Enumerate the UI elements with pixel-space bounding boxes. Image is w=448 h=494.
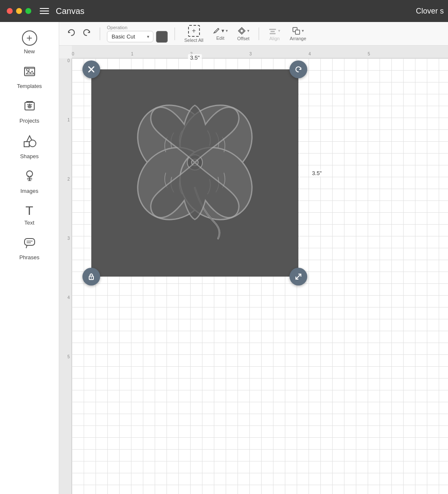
ruler-mark-v-2: 2	[67, 177, 70, 181]
edit-arrow: ▾	[226, 28, 228, 33]
edit-label: Edit	[216, 36, 224, 41]
ruler-mark-v-5: 5	[67, 354, 70, 359]
svg-line-12	[218, 28, 219, 29]
ruler-mark-h-4: 4	[309, 52, 311, 56]
toolbar: Operation Basic Cut +	[59, 22, 448, 46]
align-arrow: ▾	[278, 28, 280, 33]
sidebar-item-phrases[interactable]: Phrases	[0, 231, 59, 266]
menu-icon[interactable]	[40, 8, 49, 14]
ruler-mark-h-3: 3	[249, 52, 252, 56]
sidebar-item-images[interactable]: Images	[0, 165, 59, 199]
svg-point-5	[29, 140, 36, 147]
svg-rect-16	[270, 31, 275, 32]
maximize-button[interactable]	[25, 8, 31, 14]
images-icon	[23, 170, 36, 185]
sidebar-item-label-new: New	[24, 48, 35, 55]
svg-point-29	[91, 277, 92, 279]
handle-rotate[interactable]	[290, 60, 307, 78]
plus-icon: +	[192, 27, 196, 35]
arrange-arrow: ▾	[302, 28, 304, 33]
text-icon: T	[25, 204, 33, 217]
select-all-action[interactable]: + Select All	[182, 23, 206, 44]
sidebar-item-label-phrases: Phrases	[19, 254, 40, 261]
svg-rect-19	[295, 30, 300, 34]
offset-action[interactable]: ▾ Offset	[235, 25, 252, 43]
ruler-mark-v-4: 4	[67, 295, 70, 300]
offset-arrow: ▾	[247, 28, 249, 33]
sidebar-item-label-images: Images	[20, 188, 38, 194]
traffic-lights	[7, 8, 31, 14]
sidebar-item-shapes[interactable]: Shapes	[0, 129, 59, 165]
arrange-label: Arrange	[290, 36, 306, 41]
x-icon	[87, 65, 96, 74]
titlebar: Canvas Clover s	[0, 0, 448, 22]
sidebar-item-new[interactable]: + New	[0, 25, 59, 60]
shapes-icon	[22, 134, 37, 151]
arrange-action[interactable]: ▾ Arrange	[287, 25, 309, 43]
operation-group: Operation Basic Cut	[107, 25, 168, 43]
ruler-horizontal: 0 1 2 3 4 5	[72, 46, 448, 58]
arrange-icon	[292, 27, 300, 35]
handle-resize[interactable]	[290, 268, 307, 285]
templates-icon	[23, 65, 36, 80]
document-title: Clover s	[416, 7, 448, 16]
operation-select-wrap: Basic Cut	[107, 31, 168, 43]
divider-2	[175, 27, 175, 40]
divider-3	[259, 27, 259, 40]
projects-icon	[23, 99, 36, 115]
ruler-mark-v-1: 1	[67, 118, 70, 122]
grid-canvas: 3.5" 3.5"	[72, 58, 448, 494]
main-content: Operation Basic Cut +	[59, 22, 448, 494]
clover-image	[100, 78, 290, 268]
edit-icon	[213, 27, 220, 35]
operation-label: Operation	[107, 25, 168, 30]
svg-line-30	[296, 274, 301, 279]
redo-button[interactable]	[80, 26, 93, 41]
app-title: Canvas	[56, 6, 85, 16]
canvas-area[interactable]: 0 1 2 3 4 5 0 1 2 3 4 5	[59, 46, 448, 494]
svg-rect-6	[24, 142, 29, 147]
edit-action[interactable]: ▾ ▾ Edit	[210, 25, 230, 42]
svg-rect-15	[269, 29, 276, 30]
operation-select[interactable]: Basic Cut	[107, 31, 153, 42]
sidebar-item-text[interactable]: T Text	[0, 199, 59, 231]
lock-icon	[87, 272, 96, 281]
new-icon: +	[22, 30, 37, 46]
offset-label: Offset	[237, 36, 249, 41]
phrases-icon	[23, 236, 36, 252]
align-action[interactable]: ▾ Align	[266, 25, 283, 43]
divider-1	[100, 27, 100, 40]
handle-lock[interactable]	[82, 268, 100, 285]
close-button[interactable]	[7, 8, 13, 14]
operation-section: Operation Basic Cut	[107, 25, 168, 43]
sidebar-item-label-templates: Templates	[17, 83, 42, 89]
select-all-label: Select All	[184, 38, 203, 43]
undo-redo-group	[65, 26, 93, 41]
minimize-button[interactable]	[16, 8, 22, 14]
svg-point-1	[27, 69, 29, 71]
sidebar-item-projects[interactable]: Projects	[0, 94, 59, 129]
ruler-mark-v-3: 3	[67, 236, 70, 241]
sidebar-item-label-projects: Projects	[19, 118, 39, 124]
resize-icon	[294, 272, 303, 281]
ruler-mark-v-0: 0	[67, 58, 70, 63]
undo-button[interactable]	[65, 26, 78, 41]
sidebar: + New Templates	[0, 22, 59, 494]
offset-icon	[238, 27, 246, 35]
select-all-icon: +	[188, 25, 200, 37]
app-body: + New Templates	[0, 22, 448, 494]
sidebar-item-templates[interactable]: Templates	[0, 60, 59, 94]
svg-rect-17	[270, 33, 276, 34]
dimension-height-label: 3.5"	[310, 170, 324, 177]
align-icon	[268, 27, 277, 35]
rotate-icon	[294, 65, 303, 74]
operation-select-container: Basic Cut	[107, 31, 153, 42]
svg-point-7	[27, 171, 33, 177]
ruler-mark-h-1: 1	[131, 52, 134, 56]
chevron-down-icon: ▾	[221, 27, 224, 34]
ruler-mark-h-0: 0	[72, 52, 74, 56]
align-label: Align	[269, 36, 279, 41]
handle-delete[interactable]	[82, 60, 100, 78]
color-swatch[interactable]	[156, 31, 168, 43]
canvas-element[interactable]: 3.5" 3.5"	[91, 69, 298, 277]
